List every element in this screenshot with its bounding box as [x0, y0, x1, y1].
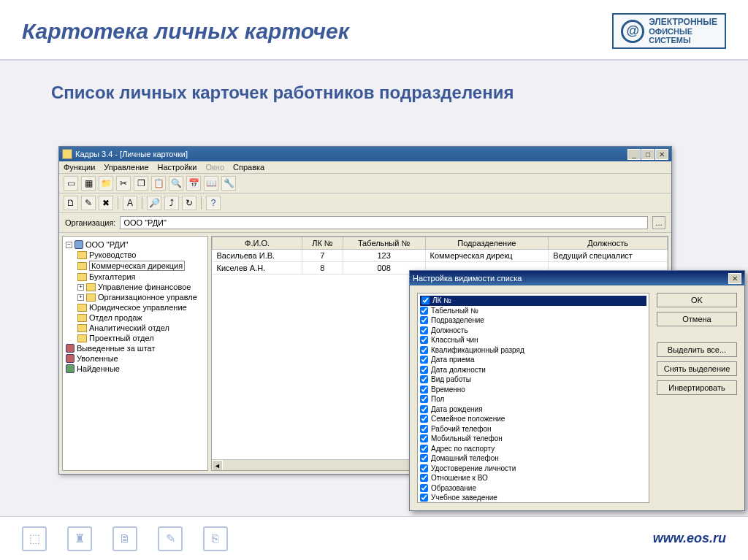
deselect-button[interactable]: Снять выделение [657, 361, 737, 376]
maximize-button[interactable]: □ [641, 149, 654, 160]
checklist-item[interactable]: Дата приема [420, 355, 646, 365]
tree-item-selected[interactable]: Коммерческая дирекция [64, 260, 206, 272]
tree-item[interactable]: Юридическое управление [64, 302, 206, 312]
menu-window[interactable]: Окно [205, 163, 224, 172]
checklist-item[interactable]: Дата рождения [420, 404, 646, 415]
checklist-checkbox[interactable] [420, 346, 428, 354]
toolbar-cut-icon[interactable]: ✂ [116, 176, 131, 191]
checklist-checkbox[interactable] [420, 405, 428, 413]
col-dept[interactable]: Подразделение [425, 237, 549, 250]
toolbar-folder-icon[interactable]: 📁 [99, 176, 113, 191]
toolbar-card-icon[interactable]: ▭ [64, 176, 78, 191]
checklist-checkbox[interactable] [420, 326, 428, 334]
checklist-item[interactable]: Мобильный телефон [420, 434, 646, 444]
checklist-item[interactable]: Удостоверение личности [420, 464, 646, 474]
close-button[interactable]: ✕ [655, 149, 668, 160]
toolbar-wrench-icon[interactable]: 🔧 [221, 176, 236, 191]
organization-input[interactable] [120, 216, 648, 229]
checklist-checkbox[interactable] [421, 296, 430, 304]
checklist-item[interactable]: Образование [420, 483, 646, 494]
checklist-checkbox[interactable] [420, 356, 428, 364]
checklist-checkbox[interactable] [420, 307, 428, 315]
toolbar-list-icon[interactable]: ▦ [81, 176, 96, 191]
checklist-checkbox[interactable] [420, 484, 428, 492]
app-titlebar[interactable]: Кадры 3.4 - [Личные карточки] _ □ ✕ [59, 147, 671, 161]
toolbar-copy-icon[interactable]: ❐ [134, 176, 148, 191]
checklist-item[interactable]: Временно [420, 385, 646, 395]
checklist-checkbox[interactable] [420, 454, 428, 462]
tree-item[interactable]: Аналитический отдел [64, 323, 206, 333]
toolbar-find-icon[interactable]: 🔎 [147, 196, 161, 210]
menu-help[interactable]: Справка [233, 163, 264, 172]
table-row[interactable]: Васильева И.В. 7 123 Коммерческая дирекц… [213, 250, 668, 262]
checklist-item[interactable]: Дата должности [420, 365, 646, 375]
menu-settings[interactable]: Настройки [158, 163, 197, 172]
collapse-icon[interactable]: − [66, 242, 72, 248]
col-pos[interactable]: Должность [549, 237, 668, 250]
toolbar-paste-icon[interactable]: 📋 [151, 176, 166, 191]
toolbar-calendar-icon[interactable]: 📅 [186, 176, 201, 191]
scroll-left-icon[interactable]: ◄ [212, 460, 223, 471]
tree-root[interactable]: − ООО "РДИ" [64, 239, 206, 250]
checklist-checkbox[interactable] [420, 395, 428, 403]
tree-item[interactable]: Проектный отдел [64, 333, 206, 343]
checklist-item[interactable]: Подразделение [420, 315, 646, 326]
checklist-checkbox[interactable] [420, 494, 428, 502]
visibility-checklist[interactable]: ЛК №Табельный №ПодразделениеДолжностьКла… [417, 293, 649, 503]
minimize-button[interactable]: _ [627, 149, 641, 160]
checklist-checkbox[interactable] [420, 434, 428, 442]
checklist-item[interactable]: Рабочий телефон [420, 424, 646, 434]
col-lk[interactable]: ЛК № [302, 237, 343, 250]
organization-picker-button[interactable]: … [652, 216, 665, 229]
invert-button[interactable]: Инвертировать [657, 380, 737, 395]
tree-pane[interactable]: − ООО "РДИ" Руководство Коммерческая дир… [62, 236, 208, 471]
select-all-button[interactable]: Выделить все... [657, 342, 737, 357]
toolbar-new-icon[interactable]: 🗋 [64, 196, 78, 210]
dialog-close-button[interactable]: ✕ [728, 273, 741, 284]
toolbar-edit-icon[interactable]: ✎ [81, 196, 96, 210]
checklist-checkbox[interactable] [420, 316, 428, 324]
checklist-checkbox[interactable] [420, 445, 428, 453]
tree-item[interactable]: + Организационное управле [64, 292, 206, 302]
checklist-item[interactable]: Табельный № [420, 306, 646, 316]
checklist-checkbox[interactable] [420, 386, 428, 394]
toolbar-book-icon[interactable]: 📖 [204, 176, 218, 191]
tree-item[interactable]: + Управление финансовое [64, 282, 206, 292]
tree-item-extra[interactable]: Выведенные за штат [64, 343, 206, 353]
checklist-item[interactable]: ЛК № [420, 296, 646, 306]
checklist-item[interactable]: Адрес по паспорту [420, 444, 646, 454]
toolbar-zoom-icon[interactable]: 🔍 [169, 176, 183, 191]
tree-item[interactable]: Бухгалтерия [64, 272, 206, 282]
menu-management[interactable]: Управление [104, 163, 148, 172]
ok-button[interactable]: OK [657, 293, 737, 307]
checklist-checkbox[interactable] [420, 336, 428, 344]
checklist-item[interactable]: Учебное заведение [420, 493, 646, 503]
checklist-checkbox[interactable] [420, 415, 428, 423]
tree-item[interactable]: Руководство [64, 250, 206, 260]
checklist-checkbox[interactable] [420, 474, 428, 482]
checklist-checkbox[interactable] [420, 464, 428, 472]
toolbar-help-icon[interactable]: ? [206, 196, 221, 210]
checklist-item[interactable]: Должность [420, 326, 646, 336]
checklist-checkbox[interactable] [420, 425, 428, 433]
expand-icon[interactable]: + [77, 294, 84, 301]
checklist-item[interactable]: Семейное положение [420, 414, 646, 424]
toolbar-refresh-icon[interactable]: ↻ [182, 196, 196, 210]
menu-functions[interactable]: Функции [64, 163, 95, 172]
dialog-titlebar[interactable]: Настройка видимости списка ✕ [410, 271, 744, 285]
expand-icon[interactable]: + [77, 284, 84, 291]
toolbar-font-icon[interactable]: A [123, 196, 137, 210]
tree-item[interactable]: Отдел продаж [64, 312, 206, 323]
cancel-button[interactable]: Отмена [657, 312, 737, 326]
checklist-checkbox[interactable] [420, 375, 428, 383]
checklist-item[interactable]: Квалификационный разряд [420, 345, 646, 356]
checklist-item[interactable]: Отношение к ВО [420, 473, 646, 483]
tree-item-extra[interactable]: Уволенные [64, 353, 206, 364]
checklist-item[interactable]: Домашний телефон [420, 453, 646, 464]
checklist-item[interactable]: Пол [420, 394, 646, 404]
toolbar-delete-icon[interactable]: ✖ [99, 196, 113, 210]
checklist-item[interactable]: № страхового свидетельства [420, 503, 646, 504]
tree-item-extra[interactable]: Найденные [64, 364, 206, 374]
checklist-item[interactable]: Классный чин [420, 335, 646, 345]
col-tab[interactable]: Табельный № [343, 237, 425, 250]
